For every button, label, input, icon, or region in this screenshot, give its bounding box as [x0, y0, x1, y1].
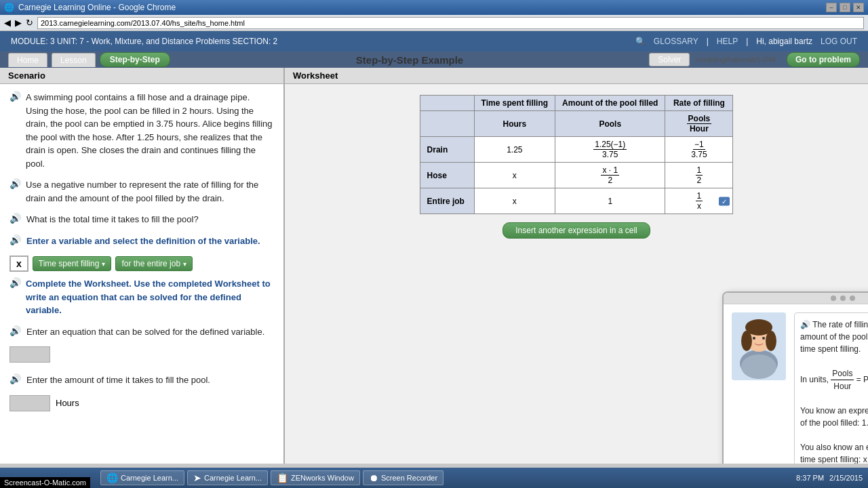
- worksheet-table: Time spent filling Amount of the pool fi…: [420, 95, 734, 214]
- entire-job-rate-num: 1: [696, 191, 703, 201]
- taskbar-icon-1: ➤: [193, 472, 201, 483]
- hint-dialog: 🔊 The rate of filling is equal to the am…: [722, 291, 868, 464]
- go-to-problem-btn[interactable]: Go to problem: [787, 52, 860, 67]
- glossary-link[interactable]: GLOSSARY: [654, 37, 698, 46]
- audio-icon-step6[interactable]: 🔊: [9, 373, 21, 384]
- dialog-dot2: [840, 296, 846, 301]
- home-tab[interactable]: Home: [8, 53, 47, 67]
- reload-btn[interactable]: ↻: [26, 18, 33, 28]
- equation-input[interactable]: [9, 346, 50, 363]
- taskbar-date: 2/15/2015: [829, 474, 863, 482]
- col-time-header: Time spent filling: [474, 96, 555, 111]
- back-btn[interactable]: ◀: [4, 18, 11, 28]
- taskbar-item-2[interactable]: 📋 ZENworks Window: [271, 470, 360, 485]
- taskbar: Screencast-O-Matic.com 🌐 Carnegie Learn.…: [0, 468, 868, 488]
- dialog-dot3: [850, 296, 855, 301]
- dialog-line1: The rate of filling is equal to the amou…: [800, 320, 868, 354]
- drain-rate-num: −1: [693, 140, 705, 150]
- table-row-hose: Hose x x · 1 2 1 2: [420, 163, 733, 188]
- worksheet-header: Worksheet: [285, 68, 868, 84]
- audio-icon-step2[interactable]: 🔊: [9, 277, 20, 288]
- dialog-units-den: Hour: [832, 380, 852, 392]
- col-rate-header: Rate of filling: [665, 96, 733, 111]
- variable-row: x Time spent filling ▾ for the entire jo…: [9, 256, 274, 272]
- title-bar: 🌐 Carnegie Learning Online - Google Chro…: [0, 0, 868, 15]
- subcol-rate: Pools Hour: [665, 111, 733, 137]
- scenario-intro: 🔊 A swimming pool contains a fill hose a…: [9, 91, 274, 170]
- drain-time[interactable]: 1.25: [474, 137, 555, 163]
- restore-btn[interactable]: □: [840, 3, 850, 12]
- scenario-step4: 🔊 Enter a variable and select the defini…: [9, 235, 274, 248]
- table-row-entire-job: Entire job x 1 1 x ✓: [420, 188, 733, 214]
- entire-job-time[interactable]: x: [474, 188, 555, 214]
- help-link[interactable]: HELP: [717, 37, 738, 46]
- browser-icon: 🌐: [4, 3, 14, 12]
- audio-icon-dialog[interactable]: 🔊: [800, 320, 810, 329]
- hours-row: Hours: [9, 395, 274, 411]
- step5-text: Enter an equation that can be solved for…: [26, 325, 264, 339]
- browser-title: Carnegie Learning Online - Google Chrome: [18, 3, 176, 12]
- step3-text: What is the total time it takes to fill …: [26, 213, 199, 226]
- greeting: Hi, abigail bartz: [756, 37, 812, 46]
- step-by-step-btn[interactable]: Step-by-Step: [100, 52, 170, 67]
- step2-text: Complete the Worksheet. Use the complete…: [26, 277, 274, 317]
- entire-job-amount[interactable]: 1: [555, 188, 665, 214]
- scenario-step5: 🔊 Enter an equation that can be solved f…: [9, 325, 274, 339]
- entire-job-rate: 1 x ✓: [665, 188, 733, 214]
- logout-link[interactable]: LOG OUT: [821, 37, 857, 46]
- taskbar-item-1[interactable]: ➤ Carnegie Learn...: [187, 470, 268, 485]
- scenario-step2: 🔊 Complete the Worksheet. Use the comple…: [9, 277, 274, 317]
- svg-point-4: [741, 331, 752, 351]
- forward-btn[interactable]: ▶: [15, 18, 22, 28]
- check-icon[interactable]: ✓: [719, 197, 730, 205]
- subcol3-den: Hour: [688, 124, 710, 134]
- page-title: Step-by-Step Example: [170, 54, 650, 66]
- dialog-dot1: [831, 296, 836, 301]
- hose-amount-num: x · 1: [601, 165, 619, 176]
- taskbar-label-1: Carnegie Learn...: [204, 474, 262, 482]
- address-input[interactable]: [37, 17, 864, 29]
- hose-amount: x · 1 2: [555, 163, 665, 188]
- entire-job-label: Entire job: [420, 188, 474, 214]
- screencast-logo: Screencast-O-Matic.com: [0, 477, 90, 488]
- svg-point-6: [753, 337, 755, 340]
- scenario-paragraph: A swimming pool contains a fill hose and…: [26, 91, 274, 170]
- hose-time[interactable]: x: [474, 163, 555, 188]
- audio-icon-step1[interactable]: 🔊: [9, 178, 20, 189]
- taskbar-icon-2: 📋: [277, 472, 288, 483]
- hours-input[interactable]: [9, 395, 50, 411]
- taskbar-label-2: ZENworks Window: [291, 474, 354, 482]
- taskbar-item-3[interactable]: ⏺ Screen Recorder: [363, 470, 443, 485]
- model-id: modelingRationals5-048: [695, 56, 776, 64]
- lesson-tab[interactable]: Lesson: [52, 53, 96, 67]
- subcol-hours: Hours: [474, 111, 555, 137]
- drain-rate: −1 3.75: [665, 137, 733, 163]
- time-spent-dropdown[interactable]: Time spent filling ▾: [33, 256, 112, 271]
- solver-btn[interactable]: Solver: [649, 53, 690, 66]
- hose-rate: 1 2: [665, 163, 733, 188]
- svg-point-8: [741, 354, 776, 379]
- taskbar-icon-3: ⏺: [369, 472, 378, 483]
- audio-icon-intro[interactable]: 🔊: [9, 91, 20, 102]
- audio-icon-step4[interactable]: 🔊: [9, 235, 21, 245]
- audio-icon-step5[interactable]: 🔊: [9, 325, 21, 336]
- audio-icon-step3[interactable]: 🔊: [9, 213, 21, 224]
- insert-expression-btn[interactable]: Insert another expression in a cell: [502, 222, 650, 239]
- hose-rate-num: 1: [696, 165, 703, 176]
- dialog-titlebar: [724, 293, 868, 304]
- dropdown2-arrow: ▾: [183, 260, 186, 268]
- hose-amount-den: 2: [606, 176, 614, 185]
- entire-job-rate-den: x: [696, 201, 703, 211]
- avatar: [732, 312, 786, 380]
- close-btn[interactable]: ✕: [853, 3, 864, 12]
- dialog-line2: In units,: [800, 375, 831, 384]
- drain-label: Drain: [420, 137, 474, 163]
- subcol-pools: Pools: [555, 111, 665, 137]
- taskbar-item-0[interactable]: 🌐 Carnegie Learn...: [100, 470, 184, 485]
- minimize-btn[interactable]: –: [826, 3, 837, 12]
- drain-amount: 1.25(−1) 3.75: [555, 137, 665, 163]
- col-amount-header: Amount of the pool filled: [555, 96, 665, 111]
- scenario-header: Scenario: [0, 68, 283, 84]
- scenario-step6: 🔊 Enter the amount of time it takes to f…: [9, 373, 274, 387]
- entire-job-dropdown[interactable]: for the entire job ▾: [115, 256, 193, 271]
